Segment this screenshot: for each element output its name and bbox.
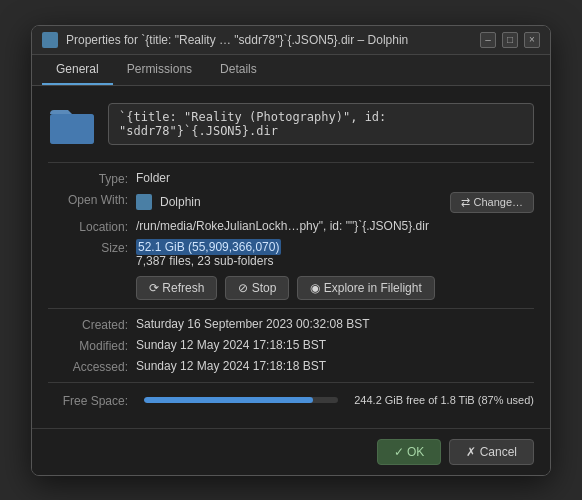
modified-row: Modified: Sunday 12 May 2024 17:18:15 BS… [48, 338, 534, 353]
window-controls: – □ × [480, 32, 540, 48]
stop-button[interactable]: ⊘ Stop [225, 276, 289, 300]
minimize-button[interactable]: – [480, 32, 496, 48]
size-highlight: 52.1 GiB (55,909,366,070) [136, 239, 281, 255]
open-with-app-name: Dolphin [160, 195, 201, 209]
accessed-value: Sunday 12 May 2024 17:18:18 BST [136, 359, 534, 373]
properties-window: Properties for `{title: "Reality … "sddr… [31, 25, 551, 476]
dates-section: Created: Saturday 16 September 2023 00:3… [48, 317, 534, 374]
tab-details[interactable]: Details [206, 55, 271, 85]
ok-button[interactable]: ✓ OK [377, 439, 442, 465]
type-value: Folder [136, 171, 534, 185]
app-icon [42, 32, 58, 48]
size-row: Size: 52.1 GiB (55,909,366,070) 7,387 fi… [48, 240, 534, 268]
divider-2 [48, 308, 534, 309]
type-label: Type: [48, 171, 128, 186]
footer: ✓ OK ✗ Cancel [32, 428, 550, 475]
created-label: Created: [48, 317, 128, 332]
tab-permissions[interactable]: Permissions [113, 55, 206, 85]
cancel-button[interactable]: ✗ Cancel [449, 439, 534, 465]
location-value: /run/media/RokeJulianLockh…phy", id: ""}… [136, 219, 534, 233]
free-space-row: Free Space: 244.2 GiB free of 1.8 TiB (8… [48, 393, 534, 408]
free-space-progress-fill [144, 397, 313, 403]
accessed-label: Accessed: [48, 359, 128, 374]
free-space-value: 244.2 GiB free of 1.8 TiB (87% used) [354, 394, 534, 406]
open-with-row: Open With: Dolphin ⇄ Change… [48, 192, 534, 213]
refresh-button[interactable]: ⟳ Refresh [136, 276, 217, 300]
close-button[interactable]: × [524, 32, 540, 48]
tab-bar: General Permissions Details [32, 55, 550, 86]
maximize-button[interactable]: □ [502, 32, 518, 48]
size-label: Size: [48, 240, 128, 255]
folder-icon [48, 100, 96, 148]
dolphin-app-icon [136, 194, 152, 210]
actions-row: ⟳ Refresh ⊘ Stop ◉ Explore in Filelight [48, 276, 534, 300]
free-space-progress-bar [144, 397, 338, 403]
created-row: Created: Saturday 16 September 2023 00:3… [48, 317, 534, 332]
content-area: `{title: "Reality (Photography)", id: "s… [32, 86, 550, 428]
created-value: Saturday 16 September 2023 00:32:08 BST [136, 317, 534, 331]
open-with-label: Open With: [48, 192, 128, 207]
free-space-section: Free Space: 244.2 GiB free of 1.8 TiB (8… [48, 382, 534, 408]
open-with-value-container: Dolphin ⇄ Change… [136, 192, 534, 213]
filename-display: `{title: "Reality (Photography)", id: "s… [108, 103, 534, 145]
size-files: 7,387 files, 23 sub-folders [136, 254, 273, 268]
free-space-label: Free Space: [48, 393, 128, 408]
type-row: Type: Folder [48, 171, 534, 186]
actions-spacer [48, 287, 128, 288]
divider-1 [48, 162, 534, 163]
modified-label: Modified: [48, 338, 128, 353]
tab-general[interactable]: General [42, 55, 113, 85]
change-button[interactable]: ⇄ Change… [450, 192, 534, 213]
window-title: Properties for `{title: "Reality … "sddr… [66, 33, 472, 47]
location-row: Location: /run/media/RokeJulianLockh…phy… [48, 219, 534, 234]
location-label: Location: [48, 219, 128, 234]
svg-rect-1 [50, 114, 94, 144]
file-header: `{title: "Reality (Photography)", id: "s… [48, 100, 534, 148]
titlebar: Properties for `{title: "Reality … "sddr… [32, 26, 550, 55]
modified-value: Sunday 12 May 2024 17:18:15 BST [136, 338, 534, 352]
explore-filelight-button[interactable]: ◉ Explore in Filelight [297, 276, 434, 300]
size-value-container: 52.1 GiB (55,909,366,070) 7,387 files, 2… [136, 240, 534, 268]
accessed-row: Accessed: Sunday 12 May 2024 17:18:18 BS… [48, 359, 534, 374]
